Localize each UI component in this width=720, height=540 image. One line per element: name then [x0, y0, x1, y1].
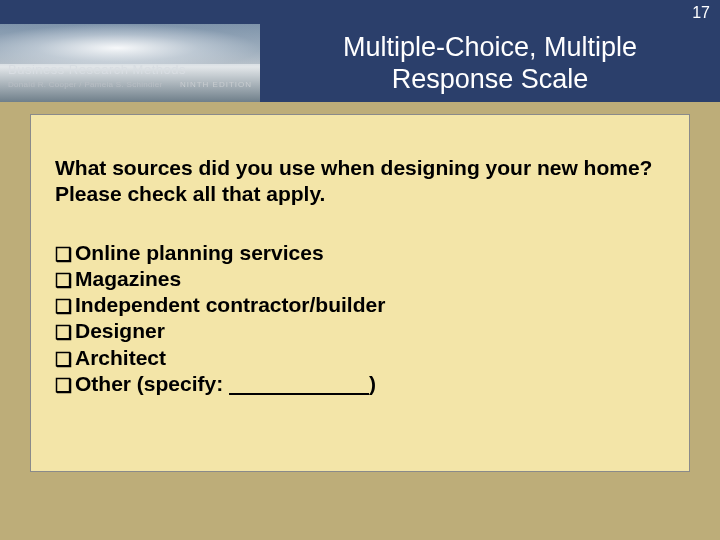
- option-label: Independent contractor/builder: [75, 292, 385, 318]
- checkbox-icon: ❑: [55, 245, 73, 264]
- option-item: ❑ Designer: [55, 318, 665, 344]
- other-blank: [229, 372, 369, 395]
- option-label: Online planning services: [75, 240, 324, 266]
- other-label: Other (specify: ): [75, 371, 376, 397]
- checkbox-icon: ❑: [55, 350, 73, 369]
- option-item-other: ❑ Other (specify: ): [55, 371, 665, 397]
- book-authors: Donald R. Cooper / Pamela S. Schindler: [8, 80, 163, 89]
- options-list: ❑ Online planning services ❑ Magazines ❑…: [55, 240, 665, 398]
- checkbox-icon: ❑: [55, 271, 73, 290]
- option-item: ❑ Independent contractor/builder: [55, 292, 665, 318]
- main-area: What sources did you use when designing …: [0, 102, 720, 540]
- checkbox-icon: ❑: [55, 376, 73, 395]
- header-band: Business Research Methods Donald R. Coop…: [0, 24, 720, 102]
- checkbox-icon: ❑: [55, 323, 73, 342]
- option-item: ❑ Magazines: [55, 266, 665, 292]
- book-edition: NINTH EDITION: [180, 80, 252, 89]
- slide-title: Multiple-Choice, Multiple Response Scale: [260, 24, 720, 102]
- option-label: Architect: [75, 345, 166, 371]
- checkbox-icon: ❑: [55, 297, 73, 316]
- option-label: Magazines: [75, 266, 181, 292]
- page-number: 17: [692, 4, 710, 22]
- book-title: Business Research Methods: [8, 62, 186, 77]
- option-item: ❑ Online planning services: [55, 240, 665, 266]
- option-label: Designer: [75, 318, 165, 344]
- content-box: What sources did you use when designing …: [30, 114, 690, 472]
- other-prefix: Other (specify:: [75, 372, 229, 395]
- other-suffix: ): [369, 372, 376, 395]
- book-cover: Business Research Methods Donald R. Coop…: [0, 24, 260, 102]
- survey-question: What sources did you use when designing …: [55, 155, 665, 208]
- option-item: ❑ Architect: [55, 345, 665, 371]
